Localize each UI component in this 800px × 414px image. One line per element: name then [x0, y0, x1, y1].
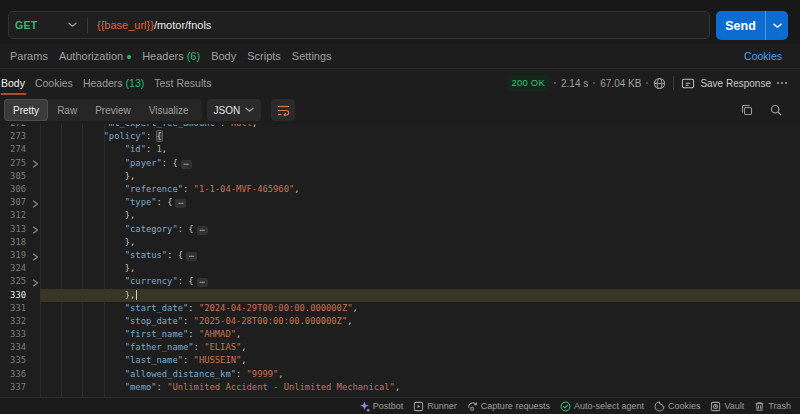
language-label: JSON — [214, 105, 241, 116]
response-tab-test-results[interactable]: Test Results — [154, 70, 211, 96]
response-tab-cookies[interactable]: Cookies — [35, 70, 73, 96]
fold-expand-icon[interactable] — [32, 252, 39, 265]
token-pun: { — [178, 250, 183, 260]
url-input[interactable]: {{base_url}}/motor/fnols — [97, 19, 211, 31]
fold-expand-icon[interactable] — [32, 199, 39, 212]
request-tab-body[interactable]: Body — [211, 50, 236, 62]
code-line-332[interactable]: 332 "stop_date": "2025-04-28T00:00:00.00… — [0, 315, 800, 328]
token-pun: : — [188, 303, 199, 313]
line-number: 313 — [0, 223, 26, 236]
code-line-331[interactable]: 331 "start_date": "2024-04-29T00:00:00.0… — [0, 302, 800, 315]
statusbar-cookies[interactable]: Cookies — [654, 401, 701, 412]
code-line-333[interactable]: 333 "first_name": "AHMAD", — [0, 328, 800, 341]
save-response-button[interactable]: Save Response — [681, 77, 771, 90]
view-mode-visualize[interactable]: Visualize — [140, 99, 198, 121]
code-line-335[interactable]: 335 "last_name": "HUSSEIN", — [0, 354, 800, 367]
code-line-content: "last_name": "HUSSEIN", — [40, 354, 247, 367]
fold-expand-icon[interactable] — [32, 225, 39, 238]
agent-icon — [560, 401, 571, 412]
code-line-334[interactable]: 334 "father_name": "ELIAS", — [0, 341, 800, 354]
collapsed-ellipsis[interactable]: … — [181, 160, 192, 169]
code-line-274[interactable]: 274 "id": 1, — [0, 143, 800, 156]
method-selector[interactable]: GET — [9, 12, 87, 38]
request-tab-params[interactable]: Params — [10, 50, 48, 62]
token-pun: }, — [125, 171, 136, 181]
response-body-editor[interactable]: 272 "mt_expert_fee_amount": null,273 "po… — [0, 124, 800, 397]
code-line-313[interactable]: 313 "category": {… — [0, 223, 800, 236]
response-tabs: BodyCookiesHeaders(13)Test Results 200 O… — [0, 70, 800, 96]
request-tab-headers[interactable]: Headers(6) — [142, 50, 200, 62]
copy-icon[interactable] — [741, 104, 753, 116]
meta-separator-dot — [554, 82, 556, 84]
statusbar-postbot[interactable]: Postbot — [359, 401, 404, 412]
wrap-lines-button[interactable] — [271, 99, 295, 121]
response-tab-headers[interactable]: Headers(13) — [83, 70, 144, 96]
code-line-content: "father_name": "ELIAS", — [40, 341, 247, 354]
method-label: GET — [15, 19, 38, 31]
cookie-icon — [654, 401, 665, 412]
response-time: 2.14 s — [561, 78, 588, 89]
code-line-305[interactable]: 305 }, — [0, 170, 800, 183]
collapsed-ellipsis[interactable]: … — [186, 252, 197, 261]
code-line-content: "stop_date": "2025-04-28T00:00:00.000000… — [40, 315, 353, 328]
code-line-325[interactable]: 325 "currency": {… — [0, 275, 800, 288]
code-line-273[interactable]: 273 "policy": { — [0, 130, 800, 143]
code-line-336[interactable]: 336 "allowed_distance_km": "9999", — [0, 368, 800, 381]
request-tab-scripts[interactable]: Scripts — [247, 50, 281, 62]
response-tab-label: Test Results — [154, 77, 211, 89]
token-pun: , — [278, 369, 283, 379]
view-mode-pretty[interactable]: Pretty — [4, 99, 48, 121]
code-line-337[interactable]: 337 "memo": "Unlimited Accident - Unlimi… — [0, 381, 800, 394]
token-key: "status" — [125, 250, 167, 260]
request-tab-authorization[interactable]: Authorization — [59, 50, 131, 62]
view-mode-preview[interactable]: Preview — [86, 99, 140, 121]
response-meta: 200 OK 2.14 s 67.04 KB Save Response — [508, 70, 788, 96]
fold-expand-icon[interactable] — [32, 159, 39, 172]
send-options-button[interactable] — [766, 11, 788, 40]
statusbar-trash[interactable]: Trash — [754, 401, 791, 412]
cookies-link[interactable]: Cookies — [744, 44, 782, 68]
code-line-content: }, — [40, 289, 137, 302]
response-size: 67.04 KB — [600, 78, 641, 89]
code-line-content: "type": {… — [40, 196, 186, 209]
code-line-content: "id": 1, — [40, 143, 167, 156]
statusbar-runner[interactable]: Runner — [413, 401, 457, 412]
network-info-icon[interactable] — [653, 77, 666, 90]
code-line-318[interactable]: 318 }, — [0, 236, 800, 249]
statusbar-auto-select-agent[interactable]: Auto-select agent — [560, 401, 644, 412]
send-button[interactable]: Send — [716, 11, 788, 40]
statusbar-capture-requests[interactable]: Capture requests — [467, 401, 550, 412]
more-options-icon[interactable] — [776, 81, 788, 85]
response-tab-body[interactable]: Body — [1, 70, 25, 96]
view-mode-raw[interactable]: Raw — [48, 99, 86, 121]
token-pun: : — [157, 197, 168, 207]
fold-expand-icon[interactable] — [32, 278, 39, 291]
request-tab-settings[interactable]: Settings — [292, 50, 332, 62]
matched-bracket: { — [157, 131, 162, 141]
request-bar-band: GET {{base_url}}/motor/fnols Send — [0, 0, 800, 44]
token-str: "ELIAS" — [204, 342, 241, 352]
postbot-icon — [359, 401, 370, 412]
code-line-324[interactable]: 324 }, — [0, 262, 800, 275]
code-line-330[interactable]: 330 }, — [0, 289, 800, 302]
code-line-306[interactable]: 306 "reference": "1-1-04-MVF-465960", — [0, 183, 800, 196]
token-pun: : — [194, 342, 205, 352]
token-key: "policy" — [104, 131, 146, 141]
token-key: "last_name" — [125, 355, 183, 365]
code-line-312[interactable]: 312 }, — [0, 209, 800, 222]
collapsed-ellipsis[interactable]: … — [175, 199, 186, 208]
collapsed-ellipsis[interactable]: … — [197, 226, 208, 235]
statusbar-vault[interactable]: Vault — [710, 401, 744, 412]
runner-icon — [413, 401, 424, 412]
token-pun: : — [146, 131, 157, 141]
search-icon[interactable] — [770, 104, 782, 116]
code-line-275[interactable]: 275 "payer": {… — [0, 157, 800, 170]
code-lines: 272 "mt_expert_fee_amount": null,273 "po… — [0, 124, 800, 394]
collapsed-ellipsis[interactable]: … — [197, 278, 208, 287]
language-select[interactable]: JSON — [207, 99, 262, 121]
token-pun: }, — [125, 210, 136, 220]
token-key: "payer" — [125, 158, 162, 168]
code-line-319[interactable]: 319 "status": {… — [0, 249, 800, 262]
token-kw: null — [231, 124, 252, 128]
code-line-307[interactable]: 307 "type": {… — [0, 196, 800, 209]
